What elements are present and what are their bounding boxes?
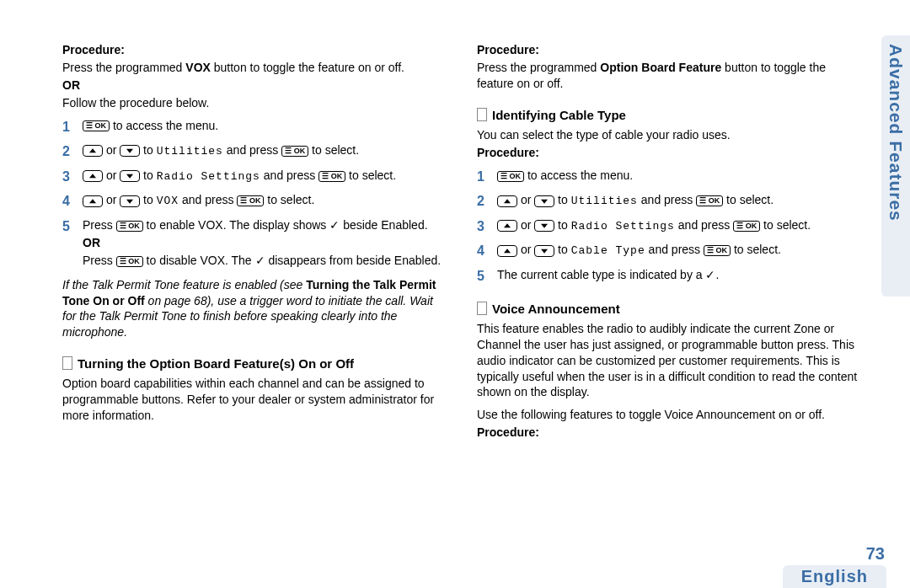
step-number: 3 — [477, 217, 489, 236]
or-label: OR — [62, 78, 447, 94]
up-arrow-icon — [83, 195, 103, 207]
down-arrow-icon — [534, 220, 554, 232]
language-tab: English — [783, 565, 886, 588]
note-text: If the Talk Permit Tone feature is enabl… — [62, 277, 447, 341]
section-marker-icon — [477, 108, 487, 121]
step-number: 2 — [62, 142, 74, 161]
ok-button-icon: ☰ OK — [281, 146, 308, 157]
intro-text-2: Follow the procedure below. — [62, 95, 447, 111]
up-arrow-icon — [497, 195, 517, 207]
ok-button-icon: ☰ OK — [704, 245, 731, 256]
step-number: 5 — [477, 267, 489, 286]
list-item: 3 or to Radio Settings and press ☰ OK to… — [62, 168, 447, 186]
procedure-label: Procedure: — [477, 42, 861, 58]
up-arrow-icon — [497, 245, 517, 257]
or-label: OR — [83, 235, 447, 251]
list-item: 1 ☰ OK to access the menu. — [62, 118, 447, 136]
step-number: 1 — [477, 168, 489, 186]
ok-button-icon: ☰ OK — [237, 195, 264, 206]
right-column: Procedure: Press the programmed Option B… — [477, 40, 861, 505]
ok-button-icon: ☰ OK — [497, 171, 524, 182]
ok-button-icon: ☰ OK — [696, 195, 723, 206]
footer: 73 English — [783, 544, 910, 588]
ok-button-icon: ☰ OK — [83, 120, 110, 131]
up-arrow-icon — [497, 220, 517, 232]
down-arrow-icon — [120, 170, 140, 182]
section-body: Use the following features to toggle Voi… — [477, 407, 861, 423]
left-column: Procedure: Press the programmed VOX butt… — [62, 40, 447, 505]
list-item: 2 or to Utilities and press ☰ OK to sele… — [62, 142, 447, 161]
steps-list: 1 ☰ OK to access the menu. 2 or to Utili… — [477, 168, 861, 286]
down-arrow-icon — [534, 195, 554, 207]
step-number: 3 — [62, 168, 74, 186]
list-item: 4 or to Cable Type and press ☰ OK to sel… — [477, 242, 861, 260]
side-tab: Advanced Features — [881, 35, 910, 297]
procedure-label: Procedure: — [477, 425, 861, 441]
ok-button-icon: ☰ OK — [733, 221, 760, 232]
list-item: 3 or to Radio Settings and press ☰ OK to… — [477, 217, 861, 236]
ok-button-icon: ☰ OK — [116, 221, 143, 232]
section-heading: Identifying Cable Type — [477, 107, 861, 124]
list-item: 5 The current cable type is indicated by… — [477, 267, 861, 286]
down-arrow-icon — [120, 145, 140, 157]
ok-button-icon: ☰ OK — [116, 256, 143, 267]
list-item: 1 ☰ OK to access the menu. — [477, 168, 861, 186]
down-arrow-icon — [534, 245, 554, 257]
ok-button-icon: ☰ OK — [318, 171, 345, 182]
up-arrow-icon — [83, 170, 103, 182]
section-heading: Turning the Option Board Feature(s) On o… — [62, 355, 447, 372]
step-number: 2 — [477, 192, 489, 211]
page-content: Procedure: Press the programmed VOX butt… — [0, 0, 910, 514]
step-number: 5 — [62, 217, 74, 236]
section-body: Option board capabilities within each ch… — [62, 376, 447, 424]
list-item: 2 or to Utilities and press ☰ OK to sele… — [477, 192, 861, 211]
list-item: 4 or to VOX and press ☰ OK to select. — [62, 192, 447, 211]
step-number: 4 — [477, 242, 489, 260]
down-arrow-icon — [120, 195, 140, 207]
steps-list: 1 ☰ OK to access the menu. 2 or to Utili… — [62, 118, 447, 269]
procedure-label: Procedure: — [62, 42, 447, 58]
section-body: You can select the type of cable your ra… — [477, 127, 861, 143]
section-marker-icon — [477, 302, 487, 315]
section-marker-icon — [62, 356, 72, 370]
step-number: 1 — [62, 118, 74, 136]
up-arrow-icon — [83, 145, 103, 157]
page-number: 73 — [783, 544, 886, 564]
intro-text: Press the programmed VOX button to toggl… — [62, 60, 447, 76]
intro-text: Press the programmed Option Board Featur… — [477, 60, 861, 92]
step-number: 4 — [62, 192, 74, 211]
side-tab-label: Advanced Features — [886, 44, 906, 222]
list-item: 5 Press ☰ OK to enable VOX. The display … — [62, 217, 447, 269]
section-heading: Voice Announcement — [477, 301, 861, 318]
section-body: This feature enables the radio to audibl… — [477, 321, 861, 400]
procedure-label: Procedure: — [477, 145, 861, 161]
